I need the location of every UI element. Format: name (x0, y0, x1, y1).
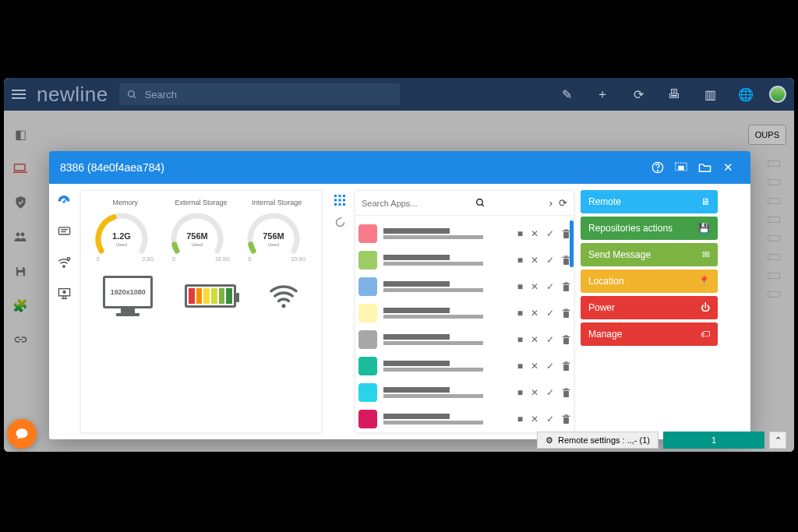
global-search[interactable]: Search (119, 83, 400, 105)
stop-icon[interactable]: ■ (517, 281, 523, 292)
menu-icon[interactable] (12, 90, 26, 99)
stop-icon[interactable]: ■ (517, 334, 523, 345)
svg-rect-49 (563, 283, 570, 284)
svg-line-13 (64, 199, 67, 203)
check-icon[interactable]: ✓ (546, 228, 554, 239)
close-icon[interactable]: ✕ (531, 334, 538, 345)
dashboard-card: Memory 1.2G Used 02.8GExternal Storage 7… (80, 190, 322, 433)
svg-rect-64 (563, 415, 570, 416)
stop-icon[interactable]: ■ (517, 361, 523, 372)
chevron-right-icon[interactable]: › (549, 197, 553, 209)
trash-icon[interactable] (562, 388, 570, 398)
trash-icon[interactable] (562, 335, 570, 345)
select-icon[interactable] (669, 156, 693, 179)
apps-search-input[interactable] (362, 199, 469, 208)
avatar[interactable] (769, 86, 786, 103)
trash-icon[interactable] (562, 414, 570, 425)
check-icon[interactable]: ✓ (546, 334, 554, 345)
refresh-icon[interactable]: ⟳ (559, 197, 567, 209)
trash-icon[interactable] (562, 361, 570, 372)
action-manage[interactable]: Manage🏷 (581, 322, 718, 346)
action-label: Repositories actions (588, 223, 673, 234)
svg-rect-34 (334, 199, 337, 201)
close-icon[interactable]: ✕ (531, 308, 538, 319)
device-modal: 8386 (84e0f4aea784) ✕ (49, 151, 750, 439)
action-label: Remote (588, 196, 621, 207)
apps-grid-icon[interactable] (334, 195, 345, 206)
action-repositories-actions[interactable]: Repositories actions💾 (581, 217, 718, 240)
svg-rect-33 (343, 195, 345, 197)
wifi-icon (268, 284, 299, 308)
svg-rect-14 (58, 227, 69, 234)
svg-rect-44 (564, 229, 567, 230)
close-icon[interactable]: ✕ (531, 414, 538, 425)
search-icon[interactable] (475, 198, 486, 208)
action-power[interactable]: Power⏻ (581, 296, 718, 319)
action-remote[interactable]: Remote🖥 (581, 190, 718, 213)
columns-icon[interactable]: ▥ (697, 82, 722, 107)
check-icon[interactable]: ✓ (546, 281, 554, 292)
action-label: Manage (588, 329, 622, 340)
check-icon[interactable]: ✓ (546, 387, 554, 398)
print-icon[interactable]: 🖶 (662, 82, 687, 107)
plus-icon[interactable]: ＋ (590, 82, 615, 107)
svg-rect-59 (564, 361, 567, 362)
svg-rect-55 (563, 336, 570, 336)
tab-messages[interactable] (55, 223, 72, 240)
footer-status[interactable]: ⚙ Remote settings : ..,- (1) (537, 432, 659, 449)
battery-cell (219, 288, 225, 304)
stop-icon[interactable]: ■ (517, 255, 523, 266)
footer-expand[interactable]: ⌃ (769, 432, 786, 449)
close-icon[interactable]: ✕ (531, 361, 538, 372)
gauge: Memory 1.2G Used 02.8G (87, 199, 163, 262)
action-icon: 🏷 (701, 329, 710, 340)
svg-rect-57 (563, 364, 569, 370)
battery-cell (226, 288, 232, 304)
close-icon[interactable]: ✕ (716, 156, 740, 179)
app-icon (358, 383, 377, 402)
action-icon: ⏻ (701, 302, 710, 313)
check-icon[interactable]: ✓ (546, 255, 554, 266)
stop-icon[interactable]: ■ (517, 387, 523, 398)
svg-point-18 (67, 257, 69, 259)
trash-icon[interactable] (562, 282, 570, 292)
apps-sync-icon[interactable] (334, 217, 346, 228)
tab-dashboard[interactable] (55, 192, 72, 209)
stop-icon[interactable]: ■ (517, 308, 523, 319)
app-label (383, 255, 511, 266)
action-icon: 💾 (698, 223, 710, 234)
trash-icon[interactable] (562, 308, 570, 319)
plug-icon[interactable]: ✎ (554, 82, 579, 107)
svg-rect-39 (343, 203, 345, 206)
actions-column: Remote🖥Repositories actions💾Send Message… (581, 190, 718, 433)
tab-wifi[interactable] (55, 254, 72, 271)
check-icon[interactable]: ✓ (546, 414, 554, 425)
check-icon[interactable]: ✓ (546, 361, 554, 372)
refresh-icon[interactable]: ⟳ (626, 82, 651, 107)
action-send-message[interactable]: Send Message✉ (581, 243, 718, 266)
close-icon[interactable]: ✕ (531, 228, 538, 239)
scrollbar[interactable] (570, 220, 574, 267)
folder-icon[interactable] (693, 156, 716, 179)
tab-display[interactable] (55, 285, 72, 302)
globe-icon[interactable]: 🌐 (733, 82, 758, 107)
svg-rect-60 (563, 390, 569, 396)
stop-icon[interactable]: ■ (517, 228, 523, 239)
check-icon[interactable]: ✓ (546, 308, 554, 319)
footer-bar: ⚙ Remote settings : ..,- (1) 1 ⌃ (537, 432, 786, 449)
action-location[interactable]: Location📍 (581, 270, 718, 293)
battery-cell (189, 288, 195, 304)
svg-text:756M: 756M (187, 231, 209, 241)
app-icon (358, 357, 377, 375)
chat-bubble[interactable] (7, 419, 37, 449)
close-icon[interactable]: ✕ (531, 387, 538, 398)
close-icon[interactable]: ✕ (531, 255, 538, 266)
gauge: External Storage 756M Used 010.9G (163, 199, 238, 262)
close-icon[interactable]: ✕ (531, 281, 538, 292)
svg-rect-50 (564, 282, 567, 283)
help-icon[interactable] (646, 156, 669, 179)
svg-rect-63 (563, 417, 569, 423)
app-row: ■ ✕ ✓ (358, 220, 570, 247)
app-label (383, 387, 511, 398)
stop-icon[interactable]: ■ (517, 414, 523, 425)
